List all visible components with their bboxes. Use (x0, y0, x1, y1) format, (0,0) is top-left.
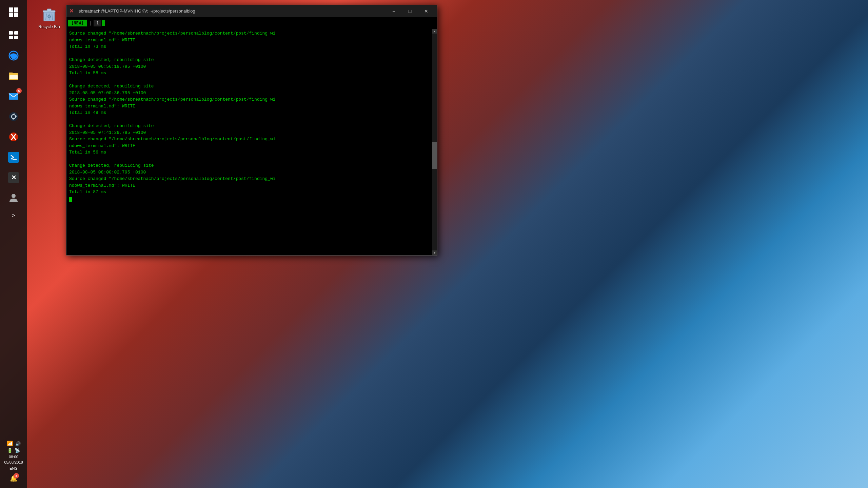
close-button[interactable]: ✕ (418, 5, 434, 17)
recycle-bin-label: Recycle Bin (38, 24, 60, 29)
terminal-titlebar: ✕ sbreatnach@LAPTOP-MVNIHGKV: ~/projects… (66, 5, 437, 17)
x-app-icon: ✕ (8, 172, 19, 183)
minimize-button[interactable]: − (386, 5, 402, 17)
mail-badge: 5 (16, 88, 22, 94)
chevron-right-icon: > (12, 212, 15, 219)
svg-text:♻: ♻ (47, 14, 52, 19)
maximize-button[interactable]: □ (402, 5, 418, 17)
scrollbar-thumb[interactable] (432, 142, 437, 169)
terminal-app-icon: ✕ (69, 8, 76, 15)
volume-icon[interactable]: 🔊 (15, 441, 21, 446)
taskbar-file-explorer[interactable] (4, 66, 23, 85)
tab-separator: | (87, 21, 93, 26)
clock-date: 05/08/2018 (4, 460, 23, 465)
scrollbar-track[interactable] (432, 34, 437, 250)
tray-network-wifi: 🔋 📡 (7, 448, 20, 453)
terminal-content[interactable]: Source changed "/home/sbreatnach/project… (66, 29, 437, 255)
clock-area[interactable]: 08:00 05/08/2018 (4, 454, 23, 465)
svg-rect-2 (47, 9, 51, 11)
battery-icon[interactable]: 🔋 (7, 448, 13, 453)
new-tab-button[interactable]: [NEW] (68, 20, 87, 26)
file-explorer-icon (8, 70, 19, 81)
red-app-icon (8, 131, 19, 142)
taskbar-mail[interactable]: 5 (4, 87, 23, 106)
wifi-icon[interactable]: 📡 (15, 448, 20, 453)
taskbar-steam[interactable] (4, 107, 23, 126)
taskbar-people[interactable] (4, 188, 23, 207)
taskbar-x-app[interactable]: ✕ (4, 168, 23, 187)
svg-rect-10 (14, 36, 18, 39)
notification-badge: 8 (14, 473, 19, 479)
taskbar-vscode[interactable] (4, 148, 23, 167)
taskbar-tray: 📶 🔊 🔋 📡 08:00 05/08/2018 ENG 🔔 8 (4, 441, 23, 488)
start-button[interactable] (4, 3, 23, 22)
steam-icon (8, 111, 19, 122)
terminal-window: ✕ sbreatnach@LAPTOP-MVNIHGKV: ~/projects… (66, 5, 437, 256)
titlebar-buttons: − □ ✕ (386, 5, 434, 17)
taskview-icon (8, 30, 19, 41)
taskbar-edge[interactable] (4, 46, 23, 65)
scrollbar-down-button[interactable]: ▼ (432, 250, 437, 255)
tab-1[interactable]: 1 (94, 20, 101, 26)
clock-time: 08:00 (4, 454, 23, 460)
svg-rect-14 (9, 75, 18, 79)
scrollbar-up-button[interactable]: ▲ (432, 29, 437, 34)
lang-indicator[interactable]: ENG (9, 466, 18, 470)
recycle-bin-icon: ♻ (41, 6, 57, 22)
terminal-cursor (69, 197, 72, 202)
svg-point-25 (12, 194, 16, 198)
edge-icon (8, 50, 19, 61)
terminal-title: sbreatnach@LAPTOP-MVNIHGKV: ~/projects/p… (79, 8, 386, 14)
terminal-scrollbar[interactable]: ▲ ▼ (432, 29, 437, 255)
terminal-body: Source changed "/home/sbreatnach/project… (66, 29, 437, 255)
recycle-bin-desktop-icon[interactable]: ♻ Recycle Bin (31, 3, 68, 32)
svg-rect-15 (9, 93, 18, 100)
taskbar-taskview[interactable] (4, 26, 23, 45)
taskbar-red-app[interactable] (4, 127, 23, 146)
windows-logo-icon (9, 7, 18, 17)
terminal-tabs: [NEW] | 1 (66, 17, 437, 29)
svg-text:✕: ✕ (11, 174, 16, 181)
vscode-icon (8, 152, 19, 163)
svg-rect-9 (9, 36, 13, 39)
notification-center-button[interactable]: 🔔 8 (7, 472, 20, 485)
svg-rect-13 (9, 73, 13, 75)
svg-rect-8 (14, 31, 18, 35)
terminal-text: Source changed "/home/sbreatnach/project… (69, 30, 431, 202)
people-icon (8, 192, 19, 203)
network-icon[interactable]: 📶 (7, 441, 13, 447)
tray-icons-row: 📶 🔊 (7, 441, 21, 447)
svg-point-16 (9, 112, 18, 121)
taskbar: 5 ✕ (0, 0, 27, 488)
lang-text: ENG (9, 466, 18, 470)
taskbar-expand-button[interactable]: > (7, 209, 20, 222)
tab-cursor (102, 20, 105, 26)
svg-rect-7 (9, 31, 13, 35)
